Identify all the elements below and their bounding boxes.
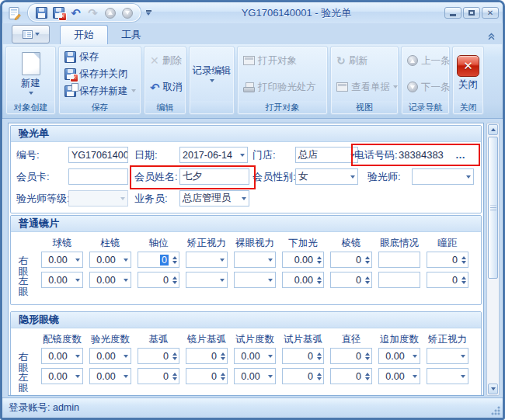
normal-lens-8-row0-spin[interactable]: 0 (427, 252, 468, 268)
phone-browse-button[interactable]: … (455, 148, 465, 162)
normal-lens-1-row0-combo[interactable]: 0.00 (89, 252, 131, 268)
spinner-buttons[interactable] (170, 369, 179, 384)
contact-lens-3-row0-spin[interactable]: 0 (186, 348, 228, 364)
combo-arrow-icon[interactable] (265, 349, 275, 363)
scrollbar-up-button[interactable] (488, 124, 498, 135)
phone-value[interactable]: 38384383 (399, 147, 444, 163)
minimize-button[interactable] (444, 7, 461, 19)
combo-arrow-icon[interactable] (72, 252, 82, 267)
normal-lens-6-row1-spin[interactable]: 0 (330, 272, 372, 288)
spinner-buttons[interactable] (170, 349, 179, 363)
new-button[interactable]: 新建 (6, 47, 55, 100)
spinner-buttons[interactable] (459, 272, 468, 287)
contact-lens-6-row1-spin[interactable]: 0 (330, 368, 372, 384)
contact-lens-2-row1-spin[interactable]: 0 (138, 368, 179, 384)
contact-lens-8-row0-combo[interactable] (427, 348, 468, 364)
contact-lens-3-row1-spin[interactable]: 0 (186, 368, 228, 384)
contact-lens-6-row0-spin[interactable]: 0 (330, 348, 372, 364)
contact-lens-5-row0-spin[interactable]: 0 (282, 348, 324, 364)
spinner-buttons[interactable] (315, 252, 323, 267)
contact-lens-8-row1-combo[interactable] (427, 368, 468, 384)
save-and-close-button[interactable]: ✕ 保存并关闭 (63, 66, 139, 82)
combo-arrow-icon[interactable] (409, 369, 420, 384)
resize-grip[interactable] (490, 405, 500, 415)
store-combo[interactable]: 总店 (295, 147, 358, 163)
redo-button[interactable] (85, 5, 100, 20)
maximize-button[interactable] (463, 7, 480, 19)
combo-arrow-icon[interactable] (120, 252, 131, 267)
contact-lens-0-row1-combo[interactable]: 0.00 (41, 368, 83, 384)
contact-lens-4-row0-combo[interactable]: 0.00 (234, 348, 276, 364)
spinner-buttons[interactable] (315, 272, 323, 287)
combo-arrow-icon[interactable] (120, 349, 131, 363)
save-and-new-button[interactable]: 保存并新建 (63, 83, 139, 99)
normal-lens-8-row1-spin[interactable]: 0 (427, 272, 468, 288)
normal-lens-7-row1-text[interactable] (378, 272, 420, 288)
spinner-buttons[interactable] (459, 252, 468, 267)
contact-lens-5-row1-spin[interactable]: 0 (282, 368, 324, 384)
combo-arrow-icon[interactable] (120, 272, 131, 287)
member-gender-combo[interactable]: 女 (295, 168, 358, 185)
combo-arrow-icon[interactable] (458, 349, 468, 363)
combo-arrow-icon[interactable] (217, 272, 227, 287)
spinner-buttons[interactable] (218, 349, 227, 363)
spinner-buttons[interactable] (363, 369, 371, 384)
next-record-button[interactable] (120, 5, 134, 20)
combo-arrow-icon[interactable] (409, 349, 420, 363)
combo-arrow-icon[interactable] (217, 252, 227, 267)
date-combo[interactable]: 2017-06-14 (179, 147, 248, 163)
contact-lens-7-row0-combo[interactable]: 0.00 (378, 348, 420, 364)
combo-arrow-icon[interactable] (120, 369, 131, 384)
spinner-buttons[interactable] (170, 252, 179, 267)
combo-arrow-icon[interactable] (72, 272, 82, 287)
application-menu-button[interactable] (12, 25, 50, 43)
combo-arrow-icon[interactable] (72, 369, 82, 384)
previous-record-button[interactable] (103, 5, 117, 20)
tab-start[interactable]: 开始 (60, 25, 108, 44)
cancel-button[interactable]: 取消 (148, 79, 184, 95)
normal-lens-5-row0-spin[interactable]: 0.00 (282, 252, 324, 268)
spinner-buttons[interactable] (218, 369, 227, 384)
member-card-input[interactable] (68, 168, 128, 185)
contact-lens-1-row0-combo[interactable]: 0.00 (89, 348, 131, 364)
save-button[interactable]: 保存 (63, 49, 139, 64)
contact-lens-0-row0-combo[interactable]: 0.00 (41, 348, 83, 364)
combo-arrow-icon[interactable] (265, 252, 275, 267)
combo-arrow-icon[interactable] (458, 369, 468, 384)
normal-lens-4-row1-combo[interactable] (234, 272, 276, 288)
contact-lens-2-row0-spin[interactable]: 0 (138, 348, 179, 364)
optometrist-combo[interactable] (412, 168, 474, 185)
member-name-input[interactable]: 七夕 (179, 168, 249, 185)
spinner-buttons[interactable] (315, 349, 323, 363)
normal-lens-3-row1-combo[interactable] (186, 272, 228, 288)
salesperson-combo[interactable]: 总店管理员 (179, 190, 249, 207)
spinner-buttons[interactable] (170, 272, 179, 287)
spinner-buttons[interactable] (315, 369, 323, 384)
normal-lens-2-row1-spin[interactable]: 0 (138, 272, 179, 288)
contact-lens-7-row1-combo[interactable]: 0.00 (378, 368, 420, 384)
contact-lens-4-row1-combo[interactable]: 0.00 (234, 368, 276, 384)
normal-lens-1-row1-combo[interactable]: 0.00 (89, 272, 131, 288)
combo-arrow-icon[interactable] (265, 272, 275, 287)
normal-lens-2-row0-spin[interactable]: 0 (138, 252, 179, 268)
vertical-scrollbar[interactable] (486, 123, 500, 396)
number-input[interactable]: YG1706140001 (68, 147, 128, 163)
scrollbar-thumb[interactable] (488, 137, 498, 279)
tab-tools[interactable]: 工具 (108, 26, 155, 44)
undo-button[interactable] (68, 5, 83, 20)
record-edit-button[interactable]: 记录编辑 (190, 47, 234, 100)
spinner-buttons[interactable] (363, 252, 371, 267)
normal-lens-7-row0-text[interactable] (378, 252, 420, 268)
combo-arrow-icon[interactable] (265, 369, 275, 384)
close-form-button[interactable]: 关闭 (453, 47, 483, 100)
scrollbar-down-button[interactable] (488, 384, 498, 394)
save-and-close-button[interactable]: ✕ (51, 5, 66, 20)
qat-customize-button[interactable] (144, 10, 153, 16)
collapse-ribbon-button[interactable] (486, 33, 496, 40)
spinner-buttons[interactable] (363, 272, 371, 287)
contact-lens-1-row1-combo[interactable]: 0.00 (89, 368, 131, 384)
normal-lens-0-row0-combo[interactable]: 0.00 (41, 252, 83, 268)
close-button[interactable]: ✕ (482, 7, 499, 19)
normal-lens-3-row0-combo[interactable] (186, 252, 228, 268)
save-button[interactable] (34, 5, 49, 20)
